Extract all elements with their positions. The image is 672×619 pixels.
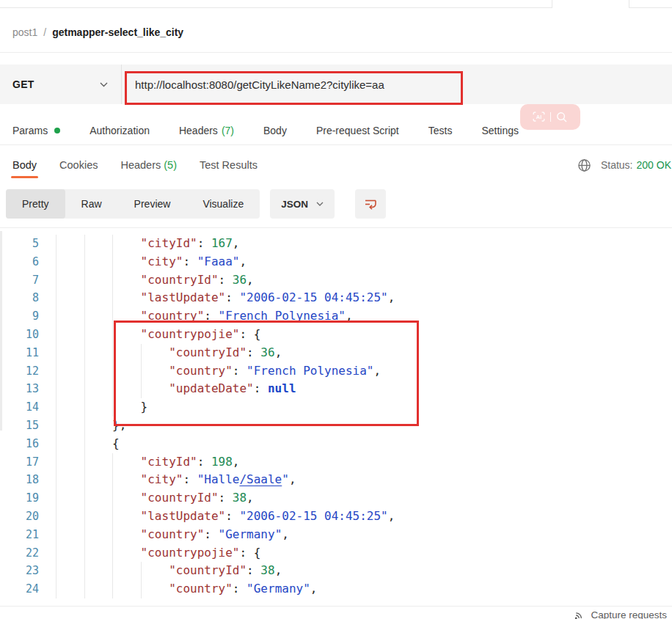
code-text: "lastUpdate": "2006-02-15 04:45:25",	[56, 289, 395, 307]
code-line: 14}	[0, 398, 672, 417]
ai-label: AI	[536, 114, 542, 120]
divider	[0, 144, 672, 145]
line-number: 16	[0, 435, 39, 453]
request-tab-params[interactable]: Params	[12, 125, 60, 136]
code-text: "updateDate": null	[56, 380, 296, 398]
line-number: 11	[0, 344, 39, 362]
line-number: 17	[0, 453, 39, 472]
tab-label: Test Results	[200, 159, 258, 171]
breadcrumb: post1 / getmapper-select_like_city	[12, 26, 183, 38]
breadcrumb-collection[interactable]: post1	[12, 26, 37, 38]
screenshot-tool-overlay: AI	[520, 104, 580, 130]
indent-guide	[141, 562, 169, 580]
url-input[interactable]: http://localhost:8080/getCityLikeName2?c…	[135, 78, 384, 91]
request-tab-body[interactable]: Body	[263, 125, 287, 136]
indent-guide	[84, 544, 113, 563]
indent-guide	[112, 289, 141, 307]
view-segment-visualize[interactable]: Visualize	[186, 189, 260, 219]
response-tab-test-results[interactable]: Test Results	[200, 159, 258, 171]
tab-label: Pre-request Script	[316, 125, 399, 136]
request-tab-pre-request-script[interactable]: Pre-request Script	[316, 125, 399, 136]
response-tab-headers[interactable]: Headers(5)	[120, 159, 177, 171]
wrap-lines-icon	[363, 197, 378, 210]
indent-guide	[56, 398, 84, 417]
response-tab-body[interactable]: Body	[12, 159, 37, 171]
status-value[interactable]: 200 OK	[637, 159, 671, 171]
left-scrollbar[interactable]	[0, 231, 2, 431]
status-label: Status:	[601, 159, 633, 171]
indent-guide	[141, 580, 169, 598]
format-select[interactable]: JSON	[270, 189, 335, 219]
request-tab-headers[interactable]: Headers(7)	[179, 125, 234, 136]
line-number: 8	[0, 289, 39, 307]
indent-guide	[112, 489, 141, 508]
code-text: "countryId": 36,	[56, 344, 282, 362]
tab-label: Headers	[179, 125, 218, 136]
view-segment-pretty[interactable]: Pretty	[6, 189, 65, 219]
code-line: 17"cityId": 198,	[0, 453, 672, 472]
view-mode-segments: PrettyRawPreviewVisualize	[6, 189, 260, 219]
request-tab-authorization[interactable]: Authorization	[90, 125, 150, 136]
method-select[interactable]: GET	[0, 65, 122, 104]
line-number: 6	[0, 253, 39, 271]
indent-guide	[112, 398, 141, 417]
code-text: "countrypojie": {	[56, 326, 260, 344]
view-segment-raw[interactable]: Raw	[65, 189, 118, 219]
ai-frame-icon[interactable]: AI	[533, 111, 545, 122]
code-line: 16{	[0, 435, 672, 453]
indent-guide	[56, 235, 84, 253]
params-active-dot	[54, 128, 60, 133]
code-line: 23"countryId": 38,	[0, 562, 672, 580]
overlay-divider	[550, 112, 551, 122]
format-label: JSON	[281, 199, 308, 210]
wrap-lines-button[interactable]	[355, 189, 386, 219]
view-segment-preview[interactable]: Preview	[118, 189, 187, 219]
tab-label: Body	[12, 159, 37, 171]
indent-guide	[56, 489, 84, 508]
indent-guide	[84, 326, 113, 344]
globe-icon[interactable]	[577, 158, 591, 172]
indent-guide	[84, 398, 113, 417]
search-icon[interactable]	[556, 111, 568, 123]
indent-guide	[56, 453, 84, 472]
divider	[0, 227, 672, 228]
tab-label: Params	[12, 125, 48, 136]
code-text: }	[56, 398, 147, 417]
line-number: 9	[0, 307, 39, 326]
code-line: 7"countryId": 36,	[0, 271, 672, 290]
line-number: 20	[0, 508, 39, 526]
capture-requests-button[interactable]: Capture requests	[574, 609, 667, 619]
indent-guide	[84, 580, 113, 598]
indent-guide	[56, 326, 84, 344]
request-tab-tests[interactable]: Tests	[428, 125, 453, 136]
indent-guide	[56, 526, 84, 544]
response-tab-cookies[interactable]: Cookies	[59, 159, 98, 171]
indent-guide	[112, 544, 141, 563]
request-tab-settings[interactable]: Settings	[481, 125, 519, 136]
indent-guide	[84, 435, 113, 453]
code-text: "cityId": 198,	[56, 453, 239, 472]
active-request-tab-notch[interactable]	[552, 0, 629, 8]
line-number: 7	[0, 271, 39, 290]
code-lines: 5"cityId": 167,6"city": "Faaa",7"country…	[0, 235, 672, 598]
indent-guide	[84, 235, 113, 253]
line-number: 10	[0, 326, 39, 344]
code-line: 20"lastUpdate": "2006-02-15 04:45:25",	[0, 508, 672, 526]
code-text: "countryId": 38,	[56, 489, 254, 508]
indent-guide	[84, 526, 113, 544]
code-text: "country": "French Polynesia",	[56, 362, 381, 381]
tab-count: (7)	[222, 125, 234, 136]
tab-label: Authorization	[90, 125, 150, 136]
line-number: 19	[0, 489, 39, 508]
code-text: "countryId": 38,	[56, 562, 282, 580]
indent-guide	[84, 489, 113, 508]
indent-guide	[112, 471, 141, 489]
indent-guide	[141, 380, 169, 398]
indent-guide	[112, 380, 141, 398]
indent-guide	[56, 271, 84, 290]
breadcrumb-request-name[interactable]: getmapper-select_like_city	[52, 26, 183, 38]
indent-guide	[56, 307, 84, 326]
indent-guide	[84, 362, 113, 381]
indent-guide	[112, 453, 141, 472]
response-body-editor[interactable]: 5"cityId": 167,6"city": "Faaa",7"country…	[0, 229, 672, 612]
